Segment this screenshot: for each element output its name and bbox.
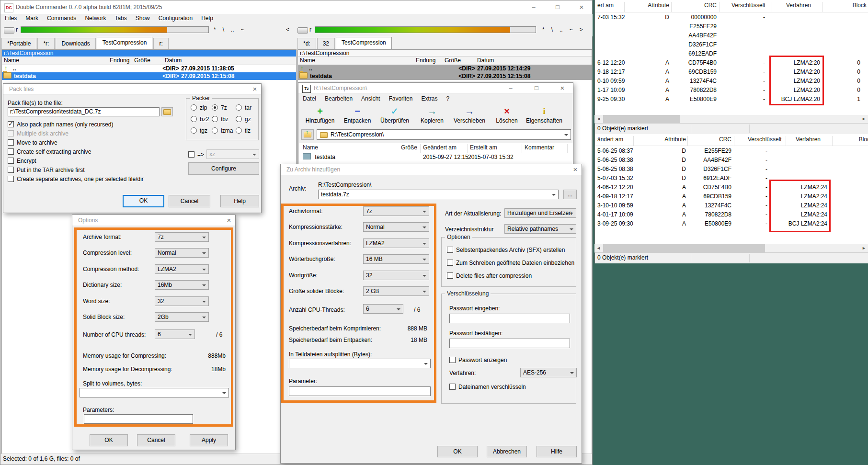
checkbox-icon[interactable] — [8, 130, 14, 136]
packer-radio[interactable]: bz2 — [191, 115, 212, 124]
column-header[interactable]: Kommentar — [525, 144, 554, 151]
packer-radio[interactable]: gz — [236, 115, 257, 124]
radio-icon[interactable] — [236, 104, 242, 111]
checkbox-icon[interactable] — [8, 139, 14, 146]
setting-combo[interactable]: Normal — [155, 248, 209, 258]
scrollbar-thumb[interactable] — [603, 115, 680, 123]
file-row[interactable]: testdata <DIR> 27.09.2015 12:15:08 — [298, 72, 592, 80]
column-header[interactable]: Name — [300, 57, 315, 64]
archive-row[interactable]: 0-10 09:59 A 13274F4C - LZMA2:20 0 — [595, 77, 868, 86]
current-path-bar[interactable]: r:\TestCompression — [298, 50, 592, 57]
split-volumes-combo[interactable] — [289, 359, 431, 368]
checkbox-row[interactable]: Delete files after compression — [447, 272, 574, 284]
checkbox-icon[interactable] — [8, 176, 14, 182]
encryption-method-combo[interactable]: AES-256 — [520, 368, 577, 377]
column-header[interactable]: Größe — [445, 57, 461, 64]
archive-row[interactable]: 5-07-03 15:32 D 6912EADF - — [595, 174, 868, 183]
drive-free-space-bar[interactable] — [315, 26, 536, 33]
configure-button[interactable]: Configure — [188, 162, 259, 175]
column-header[interactable]: Erstellt am — [470, 144, 497, 151]
column-header[interactable]: Attribute — [628, 2, 669, 9]
setting-combo[interactable]: 2Gb — [155, 312, 209, 322]
chevron-down-icon[interactable] — [564, 134, 568, 136]
ok-button[interactable]: OK — [123, 195, 164, 207]
cancel-button[interactable]: Cancel — [137, 434, 175, 446]
toolbar-button[interactable]: − Entpacken — [339, 105, 376, 128]
custom-packer-checkbox[interactable]: => — [188, 150, 204, 159]
archive-row[interactable]: 5-06-25 08:38 D D326F1CF - — [595, 165, 868, 174]
radio-icon[interactable] — [212, 116, 218, 122]
radio-icon[interactable] — [212, 104, 218, 111]
packer-radio[interactable]: zip — [191, 103, 212, 112]
archive-row[interactable]: 5-06-25 08:37 D E255FE29 - — [595, 147, 868, 156]
menu-item[interactable]: Bearbeiten — [320, 94, 357, 103]
panel-tab[interactable]: r: — [153, 38, 168, 49]
scroll-right-icon[interactable] — [860, 244, 868, 252]
column-header[interactable]: Größe — [134, 57, 150, 64]
column-header[interactable]: Name — [4, 57, 19, 64]
menu-item[interactable]: Tabs — [110, 14, 131, 23]
menu-item[interactable]: Help — [197, 14, 217, 23]
maximize-icon[interactable] — [547, 0, 569, 14]
setting-combo[interactable]: 2 GB — [363, 286, 429, 296]
drivebar-buttons-left[interactable]: *\..~ — [210, 26, 248, 33]
packer-radio[interactable]: lzma — [212, 126, 236, 135]
drive-icon[interactable] — [4, 27, 14, 34]
menu-item[interactable]: Ansicht — [357, 94, 384, 103]
checkbox-icon[interactable] — [447, 247, 453, 253]
archive-row[interactable]: 3-10-10 09:59 A 13274F4C - LZMA2:24 — [595, 201, 868, 210]
column-header[interactable]: Endung — [416, 57, 435, 64]
custom-packer-combo[interactable]: xz — [206, 149, 259, 159]
browse-button[interactable]: ... — [563, 190, 577, 199]
column-header[interactable]: Block — [825, 2, 867, 9]
column-header[interactable]: Verfahren — [786, 2, 811, 9]
file-row[interactable]: testdata 2015-09-27 12:15 2015-07-03 15:… — [299, 153, 573, 162]
checkbox-icon[interactable] — [8, 148, 14, 155]
checkbox-row[interactable]: Zum Schreiben geöffnete Dateien einbezie… — [447, 259, 574, 272]
menu-item[interactable]: Files — [0, 14, 21, 23]
archive-row[interactable]: D326F1CF — [595, 40, 868, 49]
browse-folder-icon[interactable] — [161, 107, 173, 116]
setting-combo[interactable]: 16Mb — [155, 280, 209, 290]
checkbox-row[interactable]: Put in the TAR archive first — [8, 166, 144, 175]
panel-tab[interactable]: *r: — [37, 38, 55, 49]
panel-tab[interactable]: TestCompression — [336, 37, 392, 49]
setting-combo[interactable]: LZMA2 — [363, 238, 429, 248]
cpu-threads-combo[interactable]: 6 — [155, 329, 195, 339]
toolbar-button[interactable]: + Hinzufügen — [301, 105, 339, 128]
ok-button[interactable]: OK — [437, 446, 478, 457]
column-header[interactable]: Endung — [110, 57, 129, 64]
packer-radio[interactable]: tar — [236, 103, 257, 112]
archive-row[interactable]: 9-18 12:17 A 69CDB159 - LZMA2:20 0 — [595, 68, 868, 77]
setting-combo[interactable]: 32 — [155, 296, 209, 306]
cancel-button[interactable]: Cancel — [169, 195, 210, 207]
file-row[interactable]: .. <DIR> 27.09.2015 11:38:05 — [2, 65, 296, 72]
pack-target-input[interactable]: r:\TestCompression\testdata_DC.7z — [8, 107, 160, 116]
column-header[interactable]: CRC — [691, 136, 731, 143]
checkbox-icon[interactable] — [8, 121, 14, 127]
address-input[interactable]: R:\TestCompression\ — [317, 129, 571, 140]
archive-row[interactable]: AA4BF42F — [595, 31, 868, 40]
column-header[interactable]: Attribute — [648, 136, 686, 143]
password-confirm-input[interactable] — [449, 339, 570, 348]
radio-icon[interactable] — [236, 127, 242, 134]
radio-icon[interactable] — [236, 116, 242, 122]
packer-radio[interactable]: tgz — [191, 126, 212, 135]
menu-item[interactable]: ? — [442, 94, 454, 103]
checkbox-row[interactable]: Also pack path names (only recursed) — [8, 120, 144, 129]
column-header[interactable]: Block — [834, 136, 868, 143]
archive-row[interactable]: 5-06-25 08:38 D AA4BF42F - — [595, 156, 868, 165]
ok-button[interactable]: OK — [90, 434, 128, 446]
archive-row[interactable]: 7-03 15:32 D 00000000 - — [595, 13, 868, 22]
archive-row[interactable]: 6912EADF — [595, 49, 868, 58]
setting-combo[interactable]: 16 MB — [363, 254, 429, 264]
drivebar-buttons-right[interactable]: *\..~> — [539, 26, 586, 33]
checkbox-row[interactable]: Create separate archives, one per select… — [8, 175, 144, 184]
scrollbar-thumb[interactable] — [603, 244, 765, 252]
checkbox-icon[interactable] — [8, 158, 14, 164]
horizontal-scrollbar[interactable] — [594, 115, 868, 123]
path-mode-combo[interactable]: Relative pathnames — [504, 224, 576, 234]
setting-combo[interactable]: 32 — [363, 271, 429, 280]
archive-name-combo[interactable]: testdata.7z — [318, 190, 559, 199]
setting-combo[interactable]: 7z — [155, 232, 209, 242]
